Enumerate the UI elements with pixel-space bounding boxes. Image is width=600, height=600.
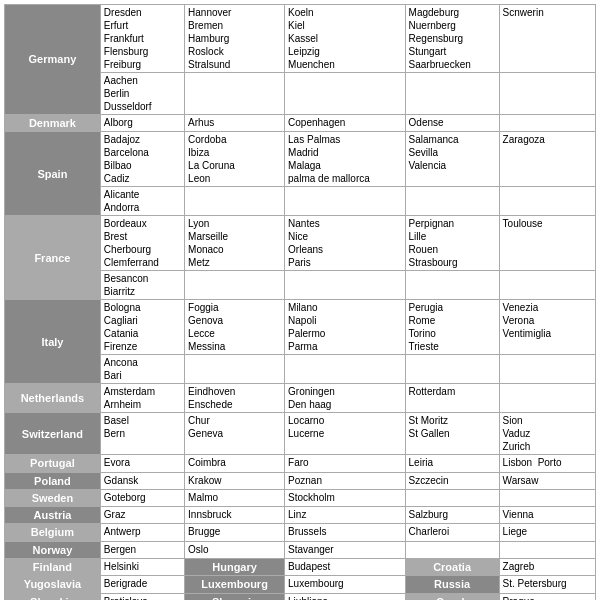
country-austria: Austria bbox=[5, 507, 101, 524]
country-poland: Poland bbox=[5, 472, 101, 489]
table-row: Switzerland BaselBern ChurGeneva Locarno… bbox=[5, 413, 596, 455]
country-yugoslavia: Yugoslavia bbox=[5, 576, 101, 593]
country-slovenia: Slovenia bbox=[185, 593, 285, 600]
country-spain: Spain bbox=[5, 132, 101, 216]
table-row: Finland Helsinki Hungary Budapest Croati… bbox=[5, 559, 596, 576]
country-norway: Norway bbox=[5, 541, 101, 558]
country-france: France bbox=[5, 216, 101, 300]
country-hungary: Hungary bbox=[185, 559, 285, 576]
table-row: Spain BadajozBarcelonaBilbaoCadiz Cordob… bbox=[5, 132, 596, 187]
country-switzerland: Switzerland bbox=[5, 413, 101, 455]
table-row: Netherlands AmsterdamArnheim EindhovenEn… bbox=[5, 384, 596, 413]
table-row: France BordeauxBrestCherbourgClemferrand… bbox=[5, 216, 596, 271]
country-sweden: Sweden bbox=[5, 489, 101, 506]
country-luxembourg: Luxembourg bbox=[185, 576, 285, 593]
table-row: Slovakia Bratislava Slovenia Ljubljana C… bbox=[5, 593, 596, 600]
country-croatia: Croatia bbox=[405, 559, 499, 576]
country-czech: Czech bbox=[405, 593, 499, 600]
table-row: Austria Graz Innsbruck Linz Salzburg Vie… bbox=[5, 507, 596, 524]
country-denmark: Denmark bbox=[5, 115, 101, 132]
country-russia: Russia bbox=[405, 576, 499, 593]
country-portugal: Portugal bbox=[5, 455, 101, 472]
cities-table: Germany DresdenErfurtFrankfurtFlensburgF… bbox=[4, 4, 596, 600]
country-slovakia: Slovakia bbox=[5, 593, 101, 600]
table-row: Italy BolognaCagliariCataniaFirenze Fogg… bbox=[5, 300, 596, 355]
country-netherlands: Netherlands bbox=[5, 384, 101, 413]
country-italy: Italy bbox=[5, 300, 101, 384]
table-row: Belgium Antwerp Brugge Brussels Charlero… bbox=[5, 524, 596, 541]
table-row: Germany DresdenErfurtFrankfurtFlensburgF… bbox=[5, 5, 596, 73]
table-row: Poland Gdansk Krakow Poznan Szczecin War… bbox=[5, 472, 596, 489]
country-germany: Germany bbox=[5, 5, 101, 115]
table-row: Portugal Evora Coimbra Faro Leiria Lisbo… bbox=[5, 455, 596, 472]
table-row: Norway Bergen Oslo Stavanger bbox=[5, 541, 596, 558]
table-row: Sweden Goteborg Malmo Stockholm bbox=[5, 489, 596, 506]
table-row: Yugoslavia Berigrade Luxembourg Luxembou… bbox=[5, 576, 596, 593]
country-belgium: Belgium bbox=[5, 524, 101, 541]
country-finland: Finland bbox=[5, 559, 101, 576]
table-row: Denmark Alborg Arhus Copenhagen Odense bbox=[5, 115, 596, 132]
